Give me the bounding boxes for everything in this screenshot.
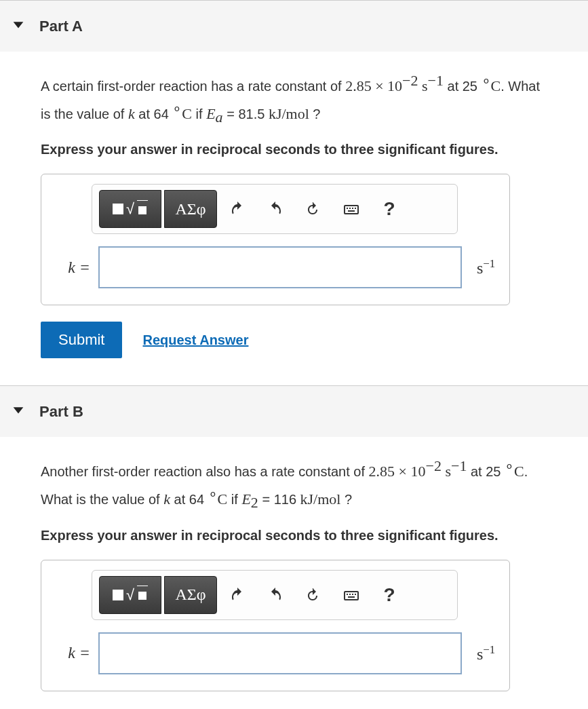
unit: kJ/mol — [300, 491, 341, 507]
deg: ∘ — [482, 72, 491, 89]
greek-button[interactable]: ΑΣφ — [164, 576, 217, 614]
greek-button[interactable]: ΑΣφ — [164, 190, 217, 228]
celsius: C — [514, 463, 524, 480]
templates-button[interactable]: √ — [99, 190, 161, 228]
svg-rect-2 — [349, 208, 351, 209]
redo-icon[interactable] — [258, 190, 293, 228]
help-icon[interactable]: ? — [372, 576, 407, 614]
request-answer-link[interactable]: Request Answer — [142, 332, 248, 348]
text: at 25 — [467, 464, 505, 479]
part-a-question: A certain first-order reaction has a rat… — [41, 69, 547, 128]
answer-row: k = s−1 — [51, 632, 500, 674]
rate-constant: 2.85 × 10 — [369, 463, 426, 480]
var-e: E — [206, 104, 215, 121]
answer-input[interactable] — [98, 632, 462, 674]
svg-rect-4 — [355, 208, 356, 209]
reset-icon[interactable] — [296, 576, 331, 614]
text: Another first-order reaction also has a … — [41, 464, 369, 479]
deg: ∘ — [172, 100, 182, 117]
svg-rect-0 — [345, 206, 358, 214]
exp: −1 — [451, 457, 467, 474]
svg-rect-1 — [347, 208, 348, 209]
var-e: E — [241, 491, 250, 507]
answer-row: k = s−1 — [51, 246, 500, 288]
submit-button[interactable]: Submit — [41, 322, 122, 358]
deg: ∘ — [208, 485, 218, 502]
caret-down-icon[interactable] — [11, 17, 26, 35]
templates-button[interactable]: √ — [99, 576, 161, 614]
keyboard-icon[interactable] — [334, 190, 369, 228]
part-b-instruction: Express your answer in reciprocal second… — [41, 526, 547, 545]
answer-input[interactable] — [98, 246, 462, 288]
part-b-answer-box: √ ΑΣφ ? k = s−1 — [41, 560, 510, 691]
part-a-header: Part A — [0, 0, 588, 52]
redo-icon[interactable] — [258, 576, 293, 614]
svg-rect-11 — [348, 596, 355, 598]
text: = 81.5 — [223, 106, 269, 121]
sub: a — [216, 108, 223, 125]
text: ? — [340, 492, 352, 507]
unit: s — [445, 463, 451, 480]
help-icon[interactable]: ? — [372, 190, 407, 228]
svg-rect-10 — [355, 594, 356, 595]
var-k: k — [163, 491, 170, 507]
unit: s — [422, 77, 428, 94]
svg-rect-7 — [347, 594, 348, 595]
svg-rect-5 — [348, 210, 355, 212]
svg-rect-6 — [345, 592, 358, 600]
text: at 64 — [135, 106, 173, 121]
caret-down-icon[interactable] — [11, 402, 26, 421]
exp: −2 — [426, 457, 442, 474]
text: ? — [309, 106, 321, 121]
exp: −2 — [402, 72, 418, 89]
part-a-body: A certain first-order reaction has a rat… — [0, 52, 588, 385]
svg-rect-9 — [352, 594, 353, 595]
equation-toolbar: √ ΑΣφ ? — [92, 570, 458, 620]
part-a-actions: Submit Request Answer — [41, 322, 547, 358]
var-label: k = — [59, 644, 90, 662]
part-b-title: Part B — [39, 403, 83, 421]
reset-icon[interactable] — [296, 190, 331, 228]
text: = 116 — [258, 492, 300, 507]
part-b-question: Another first-order reaction also has a … — [41, 455, 547, 513]
var-k: k — [128, 104, 135, 121]
part-b-header: Part B — [0, 385, 588, 437]
rate-constant: 2.85 × 10 — [345, 77, 402, 94]
celsius: C — [182, 104, 192, 121]
unit-label: s−1 — [477, 257, 495, 277]
part-a-instruction: Express your answer in reciprocal second… — [41, 140, 547, 159]
exp: −1 — [428, 72, 444, 89]
sub: 2 — [251, 494, 258, 511]
svg-rect-3 — [352, 208, 353, 209]
text: at 64 — [170, 492, 208, 507]
text: if — [227, 492, 241, 507]
text: A certain first-order reaction has a rat… — [41, 79, 345, 94]
text: if — [192, 106, 206, 121]
equation-toolbar: √ ΑΣφ ? — [92, 184, 458, 234]
celsius: C — [491, 77, 501, 94]
part-b-body: Another first-order reaction also has a … — [0, 437, 588, 709]
var-label: k = — [59, 258, 90, 277]
undo-icon[interactable] — [220, 576, 255, 614]
unit: kJ/mol — [269, 104, 309, 121]
deg: ∘ — [505, 457, 514, 474]
text: at 25 — [444, 79, 482, 94]
unit-label: s−1 — [477, 643, 495, 664]
keyboard-icon[interactable] — [334, 576, 369, 614]
part-a-answer-box: √ ΑΣφ ? k = s−1 — [41, 174, 510, 305]
undo-icon[interactable] — [220, 190, 255, 228]
svg-rect-8 — [349, 594, 351, 595]
celsius: C — [218, 491, 228, 507]
part-a-title: Part A — [39, 18, 83, 35]
